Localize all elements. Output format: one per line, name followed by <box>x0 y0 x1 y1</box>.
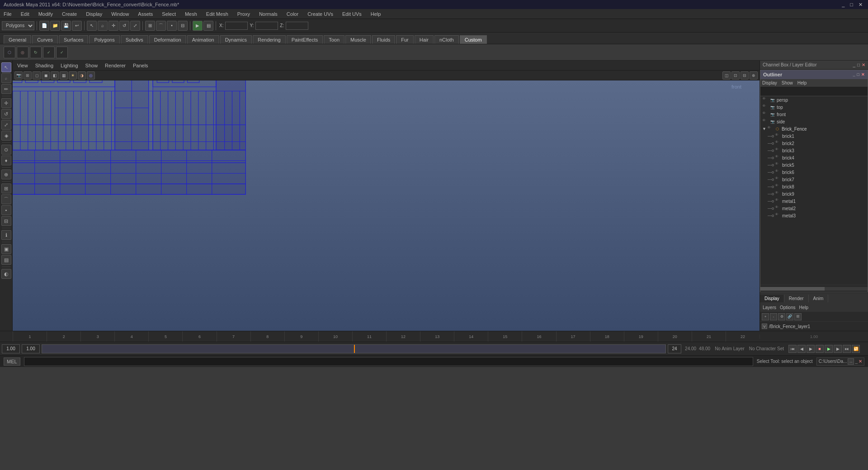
channel-box-close[interactable]: ✕ <box>862 62 865 67</box>
menu-edit-mesh[interactable]: Edit Mesh <box>204 10 230 18</box>
outliner-item-brick4[interactable]: —o 👁 brick4 <box>760 154 868 161</box>
next-key-btn[interactable]: ⏭ <box>843 345 851 353</box>
layer-visibility-toggle[interactable]: V <box>762 324 767 329</box>
shelf-tab-general[interactable]: General <box>4 35 31 44</box>
shelf-tab-curves[interactable]: Curves <box>32 35 58 44</box>
close-btn[interactable]: ✕ <box>857 2 864 8</box>
soft-select-left[interactable]: ⊙ <box>1 145 11 155</box>
vp-btn-smooth[interactable]: ◼ <box>42 71 50 80</box>
shelf-icon-2[interactable]: ◎ <box>17 47 28 58</box>
tab-display[interactable]: Display <box>760 295 784 302</box>
menu-color[interactable]: Color <box>285 10 300 18</box>
outliner-help-menu[interactable]: Help <box>797 80 807 85</box>
vp-btn-wire-shade[interactable]: ◧ <box>51 71 59 80</box>
menu-modify[interactable]: Modify <box>37 10 55 18</box>
move-tool-btn[interactable]: ✛ <box>108 21 118 31</box>
scale-tool-btn[interactable]: ⤢ <box>130 21 140 31</box>
command-line-input[interactable] <box>24 357 753 366</box>
shelf-icon-sync[interactable]: ↻ <box>30 47 42 58</box>
vp-btn-texture[interactable]: ▦ <box>60 71 68 80</box>
outliner-item-metal1[interactable]: —o 👁 metal1 <box>760 197 868 205</box>
ipr-btn[interactable]: ▤ <box>203 21 213 31</box>
outliner-item-brick-fence-grp[interactable]: ▼ 👁 ⬡ Brick_Fence <box>760 125 868 132</box>
mel-label[interactable]: MEL <box>4 357 20 366</box>
shelf-tab-hair[interactable]: Hair <box>415 35 434 44</box>
snap-curve-left[interactable]: ⌒ <box>1 194 11 204</box>
outliner-item-side[interactable]: 👁 📷 side <box>760 118 868 125</box>
open-btn[interactable]: 📁 <box>50 21 60 31</box>
select-tool-btn[interactable]: ↖ <box>87 21 97 31</box>
vp-btn-cam[interactable]: 📷 <box>14 71 23 80</box>
menu-edit-uvs[interactable]: Edit UVs <box>340 10 363 18</box>
shelf-tab-rendering[interactable]: Rendering <box>253 35 286 44</box>
move-left[interactable]: ✛ <box>1 98 11 108</box>
snap-view-left[interactable]: ⊟ <box>1 216 11 226</box>
menu-create[interactable]: Create <box>60 10 79 18</box>
z-input[interactable] <box>286 22 308 30</box>
outliner-hscrollbar[interactable] <box>760 287 868 291</box>
vp-btn-gate[interactable]: ⊡ <box>731 71 740 80</box>
rotate-tool-btn[interactable]: ↺ <box>119 21 129 31</box>
ipr-left[interactable]: ▤ <box>1 255 11 265</box>
layer-unlink-btn[interactable]: ⛓ <box>794 313 802 320</box>
stop-btn[interactable]: ■ <box>816 345 824 353</box>
shelf-tab-painteffects[interactable]: PaintEffects <box>287 35 323 44</box>
anim-start-input[interactable] <box>2 344 20 353</box>
tab-anim[interactable]: Anim <box>809 295 829 302</box>
shelf-tab-fluids[interactable]: Fluids <box>372 35 395 44</box>
shelf-tab-subdivs[interactable]: Subdivs <box>121 35 148 44</box>
vp-btn-shadow[interactable]: ◑ <box>78 71 86 80</box>
viewport[interactable]: View Shading Lighting Show Renderer Pane… <box>13 61 760 331</box>
snap-point-left[interactable]: • <box>1 205 11 215</box>
view-menu[interactable]: View <box>15 62 30 69</box>
shelf-tab-deformation[interactable]: Deformation <box>149 35 186 44</box>
prev-frame-btn[interactable]: ◀ <box>797 345 806 353</box>
shelf-tab-dynamics[interactable]: Dynamics <box>220 35 252 44</box>
shelf-icon-check2[interactable]: ✓ <box>56 47 68 58</box>
anim-range-bar[interactable] <box>42 344 666 353</box>
channel-box-maximize[interactable]: □ <box>857 62 860 67</box>
panels-menu[interactable]: Panels <box>131 62 150 69</box>
sculpt-left[interactable]: ♦ <box>1 155 11 165</box>
snap-grid-btn[interactable]: ⊞ <box>145 21 155 31</box>
outliner-win-max[interactable]: □ <box>857 72 859 77</box>
outliner-win-min[interactable]: _ <box>853 72 855 77</box>
menu-help[interactable]: Help <box>369 10 383 18</box>
shelf-tab-polygons[interactable]: Polygons <box>89 35 119 44</box>
tab-render[interactable]: Render <box>784 295 809 302</box>
delete-layer-btn[interactable]: - <box>770 313 777 320</box>
new-btn[interactable]: 📄 <box>39 21 49 31</box>
silhouette-left[interactable]: ◐ <box>1 269 11 279</box>
renderer-menu[interactable]: Renderer <box>103 62 127 69</box>
path-minimize[interactable]: _ <box>855 359 858 364</box>
menu-normals[interactable]: Normals <box>257 10 279 18</box>
shelf-tab-surfaces[interactable]: Surfaces <box>59 35 88 44</box>
show-menu[interactable]: Show <box>84 62 100 69</box>
vp-btn-hud[interactable]: ◫ <box>722 71 731 80</box>
show-manip-left[interactable]: ⊕ <box>1 169 11 179</box>
select-tool-left[interactable]: ↖ <box>1 62 11 72</box>
minimize-btn[interactable]: _ <box>840 2 846 8</box>
layers-help-menu-item[interactable]: Help <box>799 305 808 310</box>
shelf-tab-fur[interactable]: Fur <box>396 35 414 44</box>
outliner-item-brick6[interactable]: —o 👁 brick6 <box>760 169 868 176</box>
viewport-canvas[interactable]: front .fence { stroke: #2222cc; stroke-w… <box>13 80 760 331</box>
channel-box-minimize[interactable]: _ <box>853 62 855 67</box>
outliner-item-metal3[interactable]: —o 👁 metal3 <box>760 212 868 219</box>
outliner-item-brick5[interactable]: —o 👁 brick5 <box>760 161 868 169</box>
menu-file[interactable]: File <box>2 10 14 18</box>
save-btn[interactable]: 💾 <box>61 21 71 31</box>
menu-proxy[interactable]: Proxy <box>236 10 252 18</box>
play-back-btn[interactable]: ▶ <box>807 345 815 353</box>
shelf-tab-custom[interactable]: Custom <box>460 35 487 44</box>
layer-item-row[interactable]: V /Brick_Fence_layer1 <box>760 322 868 331</box>
loop-btn[interactable]: 🔁 <box>852 345 860 353</box>
menu-assets[interactable]: Assets <box>136 10 155 18</box>
outliner-item-front[interactable]: 👁 📷 front <box>760 111 868 118</box>
undo-btn[interactable]: ↩ <box>72 21 82 31</box>
snap-grid-left[interactable]: ⊞ <box>1 183 11 193</box>
vp-btn-snap[interactable]: ⊕ <box>750 71 758 80</box>
rotate-left[interactable]: ↺ <box>1 109 11 119</box>
path-close[interactable]: ✕ <box>859 359 862 364</box>
outliner-item-brick8[interactable]: —o 👁 brick8 <box>760 183 868 190</box>
